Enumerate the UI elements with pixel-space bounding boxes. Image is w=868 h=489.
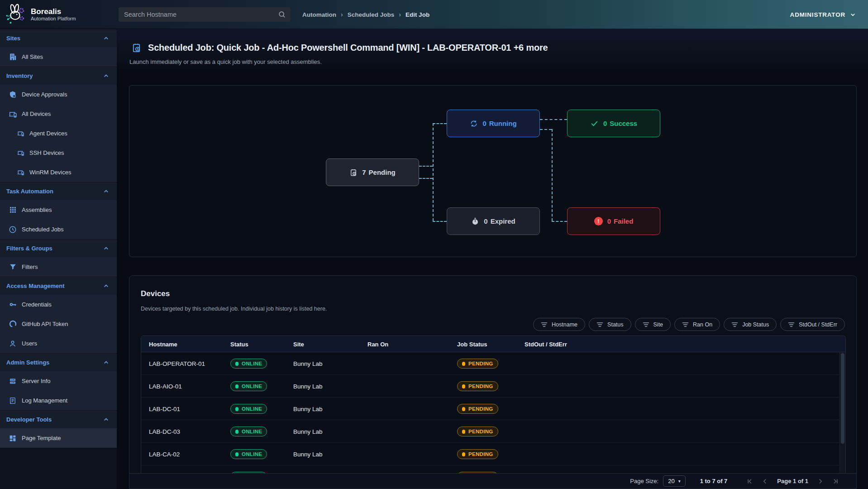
success-status-box[interactable]: 0 Success bbox=[567, 110, 660, 137]
sidebar-item-label: SSH Devices bbox=[29, 149, 64, 156]
filter-chip-job-status[interactable]: Job Status bbox=[724, 318, 777, 331]
column-header-ran-on[interactable]: Ran On bbox=[367, 336, 388, 352]
table-scrollbar[interactable] bbox=[839, 352, 845, 474]
status-badge: ONLINE bbox=[230, 427, 267, 436]
table-body: LAB-OPERATOR-01 ONLINE Bunny Lab PENDING bbox=[141, 352, 845, 474]
status-dot-icon bbox=[462, 452, 465, 456]
sidebar-item-label: WinRM Devices bbox=[29, 169, 71, 176]
table-row[interactable]: LAB-OPERATOR-01 ONLINE Bunny Lab PENDING bbox=[141, 352, 845, 375]
user-menu[interactable]: ADMINISTRATOR bbox=[790, 0, 856, 29]
sidebar-item-users[interactable]: Users bbox=[0, 334, 117, 353]
breadcrumb: Automation › Scheduled Jobs › Edit Job bbox=[302, 0, 429, 29]
sidebar-item-page-template[interactable]: Page Template bbox=[0, 428, 117, 448]
section-label: Sites bbox=[6, 35, 20, 42]
shield-check-icon bbox=[8, 90, 17, 99]
pagination-bar: Page Size: 20 ▾ 1 to 7 of 7 Page 1 of 1 bbox=[129, 473, 856, 489]
status-dot-icon bbox=[235, 362, 238, 366]
first-page-icon[interactable] bbox=[746, 478, 753, 484]
column-header-status[interactable]: Status bbox=[230, 336, 248, 352]
hostname-cell: LAB-OPERATOR-01 bbox=[149, 352, 205, 375]
sidebar-item-scheduled-jobs[interactable]: Scheduled Jobs bbox=[0, 220, 117, 239]
pagination-controls: Page 1 of 1 bbox=[746, 478, 839, 484]
status-badge: ONLINE bbox=[230, 449, 267, 459]
sidebar-item-credentials[interactable]: Credentials bbox=[0, 295, 117, 314]
next-page-icon[interactable] bbox=[817, 478, 824, 484]
page-size-select[interactable]: 20 ▾ bbox=[663, 475, 686, 487]
running-count: 0 bbox=[482, 120, 486, 127]
filter-chip-status[interactable]: Status bbox=[589, 318, 631, 331]
expired-status-box[interactable]: 0 Expired bbox=[447, 207, 540, 235]
sidebar-item-log-management[interactable]: Log Management bbox=[0, 391, 117, 410]
filter-chip-site[interactable]: Site bbox=[635, 318, 671, 331]
pending-status-box[interactable]: 7 Pending bbox=[326, 158, 419, 186]
filter-chip-ran-on[interactable]: Ran On bbox=[674, 318, 720, 331]
sidebar-section-access-management[interactable]: Access Management bbox=[0, 277, 117, 295]
breadcrumb-automation[interactable]: Automation bbox=[302, 11, 336, 18]
table-row[interactable]: LAB-DC-03 ONLINE Bunny Lab PENDING bbox=[141, 420, 845, 443]
table-row[interactable]: LAB-DC-01 ONLINE Bunny Lab PENDING bbox=[141, 398, 845, 420]
hostname-cell: LAB-AIO-01 bbox=[149, 375, 182, 398]
sidebar-item-agent-devices[interactable]: Agent Devices bbox=[0, 124, 117, 143]
site-cell: Bunny Lab bbox=[293, 443, 323, 465]
filter-chip-hostname[interactable]: Hostname bbox=[533, 318, 585, 331]
sidebar-item-label: Filters bbox=[22, 264, 38, 270]
sidebar-item-server-info[interactable]: Server Info bbox=[0, 371, 117, 391]
scrollbar-thumb[interactable] bbox=[841, 353, 844, 444]
sync-icon bbox=[470, 120, 478, 128]
sidebar-item-device-approvals[interactable]: Device Approvals bbox=[0, 85, 117, 104]
sidebar-section-inventory[interactable]: Inventory bbox=[0, 67, 117, 85]
status-dot-icon bbox=[462, 430, 465, 434]
sidebar-item-filters[interactable]: Filters bbox=[0, 257, 117, 277]
sidebar-section-developer-tools[interactable]: Developer Tools bbox=[0, 410, 117, 428]
connector-line bbox=[433, 123, 447, 124]
log-icon bbox=[8, 396, 17, 405]
sidebar-section-admin-settings[interactable]: Admin Settings bbox=[0, 353, 117, 371]
sidebar-item-all-sites[interactable]: All Sites bbox=[0, 47, 117, 67]
brand: Borealis Automation Platform bbox=[5, 4, 76, 24]
column-header-job-status[interactable]: Job Status bbox=[457, 336, 487, 352]
sidebar-item-winrm-devices[interactable]: WinRM Devices bbox=[0, 163, 117, 182]
sidebar-item-all-devices[interactable]: All Devices bbox=[0, 104, 117, 124]
status-cell: ONLINE bbox=[230, 398, 267, 420]
chevron-up-icon bbox=[103, 416, 110, 423]
status-dot-icon bbox=[235, 407, 238, 411]
sidebar-section-task-automation[interactable]: Task Automation bbox=[0, 182, 117, 200]
building-icon bbox=[8, 53, 17, 62]
connector-line bbox=[433, 123, 434, 221]
table-row[interactable]: LAB-CA-02 ONLINE Bunny Lab PENDING bbox=[141, 443, 845, 465]
sidebar-section-filters-groups[interactable]: Filters & Groups bbox=[0, 239, 117, 257]
search-input[interactable] bbox=[119, 11, 278, 18]
chip-label: Site bbox=[653, 321, 663, 328]
sidebar-item-assemblies[interactable]: Assemblies bbox=[0, 200, 117, 220]
sidebar-item-label: Server Info bbox=[22, 378, 51, 384]
sidebar-item-github-api-token[interactable]: GitHub API Token bbox=[0, 314, 117, 334]
status-cell: ONLINE bbox=[230, 443, 267, 465]
column-header-site[interactable]: Site bbox=[293, 336, 304, 352]
breadcrumb-scheduled-jobs[interactable]: Scheduled Jobs bbox=[348, 11, 395, 18]
breadcrumb-edit-job[interactable]: Edit Job bbox=[405, 11, 429, 18]
column-header-stdout-stderr[interactable]: StdOut / StdErr bbox=[525, 336, 567, 352]
sidebar-item-label: Scheduled Jobs bbox=[22, 226, 64, 233]
running-status-box[interactable]: 0 Running bbox=[447, 110, 540, 137]
site-cell: Bunny Lab bbox=[293, 398, 323, 420]
section-label: Inventory bbox=[6, 72, 33, 79]
chip-label: Ran On bbox=[693, 321, 712, 328]
job-status-badge: PENDING bbox=[457, 359, 498, 369]
failed-status-box[interactable]: ! 0 Failed bbox=[567, 207, 660, 235]
previous-page-icon[interactable] bbox=[762, 478, 768, 484]
column-header-hostname[interactable]: Hostname bbox=[149, 336, 177, 352]
section-label: Developer Tools bbox=[6, 416, 52, 423]
chevron-down-icon bbox=[849, 11, 856, 18]
failed-label: Failed bbox=[614, 217, 633, 225]
sidebar-section-sites[interactable]: Sites bbox=[0, 29, 117, 47]
sidebar-item-ssh-devices[interactable]: SSH Devices bbox=[0, 143, 117, 163]
success-label: Success bbox=[610, 120, 637, 127]
clock-icon bbox=[8, 225, 17, 234]
chevron-up-icon bbox=[103, 188, 110, 195]
last-page-icon[interactable] bbox=[833, 478, 839, 484]
filter-lines-icon bbox=[682, 322, 689, 327]
filter-chip-stdout-stderr[interactable]: StdOut / StdErr bbox=[780, 318, 845, 331]
job-status-badge: PENDING bbox=[457, 404, 498, 414]
status-cell: ONLINE bbox=[230, 375, 267, 398]
table-row[interactable]: LAB-AIO-01 ONLINE Bunny Lab PENDING bbox=[141, 375, 845, 398]
